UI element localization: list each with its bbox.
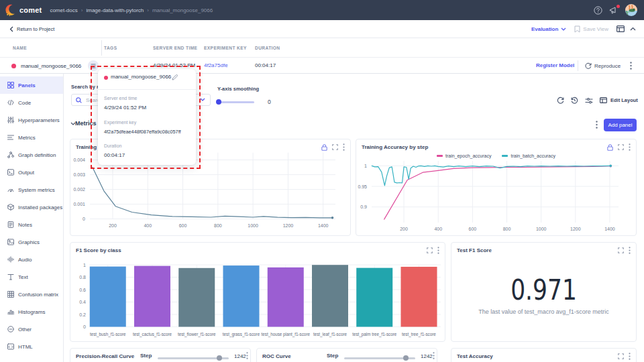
experiment-header-bar: Return to Project Evaluation Save View [0, 20, 644, 38]
packages-icon [7, 204, 14, 210]
logo-wordmark[interactable]: comet [19, 6, 42, 14]
sidebar-item-metrics[interactable]: Metrics [0, 129, 63, 146]
experiment-details-button[interactable] [88, 60, 99, 71]
svg-text:400: 400 [144, 223, 152, 228]
panel-menu-icon[interactable] [343, 143, 345, 151]
sidebar-item-text[interactable]: Text [0, 268, 63, 286]
legend-item[interactable]: train_batch_accuracy [502, 154, 555, 158]
svg-text:1200: 1200 [283, 223, 294, 228]
roc-curve-panel: ROC Curve Step 1242 [256, 348, 437, 362]
duration-cell: 00:04:17 [255, 62, 276, 68]
sidebar-item-label: Notes [18, 222, 32, 228]
column-header-name[interactable]: NAME [13, 46, 27, 50]
smoothing-slider-knob[interactable] [216, 99, 221, 105]
step-slider-knob[interactable] [403, 355, 409, 361]
panel-title: ROC Curve [262, 353, 291, 359]
sidebar-item-system-metrics[interactable]: System metrics [0, 181, 63, 198]
smoothing-slider[interactable] [219, 101, 254, 103]
column-header-tags[interactable]: TAGS [104, 46, 117, 50]
svg-text:0: 0 [83, 217, 85, 221]
expand-icon[interactable] [618, 247, 624, 253]
svg-text:0.9: 0.9 [360, 204, 367, 209]
divider [98, 89, 196, 90]
breadcrumb-project[interactable]: image-data-with-pytorch [86, 7, 144, 13]
row-menu-button[interactable] [627, 60, 635, 71]
other-icon [7, 326, 14, 333]
section-menu-button[interactable] [593, 119, 600, 130]
panel-menu-icon[interactable] [629, 247, 631, 254]
sidebar-item-notes[interactable]: Notes [0, 216, 63, 233]
expand-icon[interactable] [332, 144, 338, 150]
column-header-experiment-key[interactable]: EXPERIMENT KEY [204, 46, 247, 50]
breadcrumb-experiment[interactable]: manual_mongoose_9066 [152, 7, 213, 13]
expand-icon[interactable] [618, 353, 624, 359]
lock-icon[interactable] [607, 144, 613, 151]
svg-text:400: 400 [434, 227, 442, 231]
announcements-icon[interactable] [609, 6, 619, 15]
help-icon[interactable] [594, 6, 602, 15]
step-slider-knob[interactable] [217, 355, 222, 361]
register-model-button[interactable]: Register Model [536, 62, 574, 68]
edit-name-icon[interactable] [172, 74, 178, 80]
user-avatar[interactable] [625, 4, 637, 16]
panel-menu-icon[interactable] [246, 352, 248, 359]
panels-icon [7, 82, 14, 88]
expand-icon[interactable] [618, 144, 624, 150]
comet-logo-icon[interactable] [5, 4, 17, 17]
svg-text:800: 800 [503, 227, 511, 231]
sidebar-item-histograms[interactable]: Histograms [0, 303, 63, 320]
expand-icon[interactable] [427, 247, 433, 253]
panel-menu-icon[interactable] [433, 352, 435, 359]
server-end-time-cell: 4/29/24 01:52 PM [153, 62, 195, 68]
restore-layout-icon[interactable] [571, 97, 578, 104]
sidebar-item-hyperparameters[interactable]: Hyperparameters [0, 111, 63, 129]
notification-dot [616, 5, 620, 8]
sidebar-item-confusion-matrix[interactable]: Confusion matrix [0, 286, 63, 303]
text-icon [7, 274, 14, 280]
legend-swatch [437, 155, 443, 157]
svg-text:test_house plant_f1-score: test_house plant_f1-score [262, 332, 311, 337]
breadcrumb-workspace[interactable]: comet-docs [50, 7, 77, 13]
legend-item[interactable]: train_epoch_accuracy [437, 154, 492, 158]
reproduce-button[interactable]: Reproduce [585, 60, 621, 71]
sidebar-item-html[interactable]: HTML [0, 338, 63, 355]
experiment-name[interactable]: manual_mongoose_9066 [21, 63, 81, 69]
panel-menu-icon[interactable] [629, 143, 631, 151]
svg-text:200: 200 [400, 227, 408, 231]
experiment-row[interactable]: manual_mongoose_9066 4/29/24 01:52 PM 4f… [0, 58, 644, 74]
sidebar-item-label: Hyperparameters [18, 117, 60, 123]
sidebar-item-panels[interactable]: Panels [0, 76, 63, 94]
sidebar-item-output[interactable]: Output [0, 164, 63, 181]
sidebar-item-installed-packages[interactable]: Installed packages [0, 198, 63, 216]
sidebar-item-code[interactable]: Code [0, 94, 63, 111]
svg-text:0: 0 [83, 324, 86, 329]
sidebar-item-audio[interactable]: Audio [0, 251, 63, 268]
chevron-down-icon [200, 98, 205, 101]
f1-score-chart[interactable]: 00.20.40.60.81test_bush_f1-scoretest_cac… [70, 243, 445, 341]
panel-menu-icon[interactable] [437, 247, 439, 254]
save-view-label: Save View [583, 26, 608, 32]
sidebar-item-graph-definition[interactable]: Graph definition [0, 146, 63, 164]
column-header-duration[interactable]: DURATION [255, 46, 280, 50]
view-select-dropdown[interactable]: Evaluation [531, 26, 566, 32]
svg-text:test_grass_f1-score: test_grass_f1-score [223, 332, 260, 337]
sidebar-item-graphics[interactable]: Graphics [0, 233, 63, 251]
sidebar-item-other[interactable]: Other [0, 320, 63, 338]
svg-text:1400: 1400 [604, 227, 615, 231]
table-view-icon[interactable] [616, 25, 625, 32]
column-header-server-end-time[interactable]: SERVER END TIME [153, 46, 197, 50]
return-to-project-link[interactable]: Return to Project [9, 26, 54, 32]
edit-layout-button[interactable]: Edit Layout [600, 97, 638, 103]
refresh-icon[interactable] [557, 97, 564, 104]
svg-text:0.002: 0.002 [73, 187, 85, 192]
svg-text:test_palm tree_f1-score: test_palm tree_f1-score [352, 332, 397, 337]
svg-text:1400: 1400 [318, 223, 329, 228]
panel-menu-icon[interactable] [629, 353, 631, 360]
chart-settings-icon[interactable] [585, 97, 593, 104]
add-panel-button[interactable]: Add panel [604, 119, 637, 131]
svg-text:0.8: 0.8 [79, 275, 86, 280]
collapse-header-icon[interactable] [630, 27, 636, 31]
experiment-key-link[interactable]: 4f2a75dfe [204, 62, 228, 68]
lock-icon[interactable] [321, 144, 327, 151]
save-view-button[interactable]: Save View [574, 25, 608, 33]
